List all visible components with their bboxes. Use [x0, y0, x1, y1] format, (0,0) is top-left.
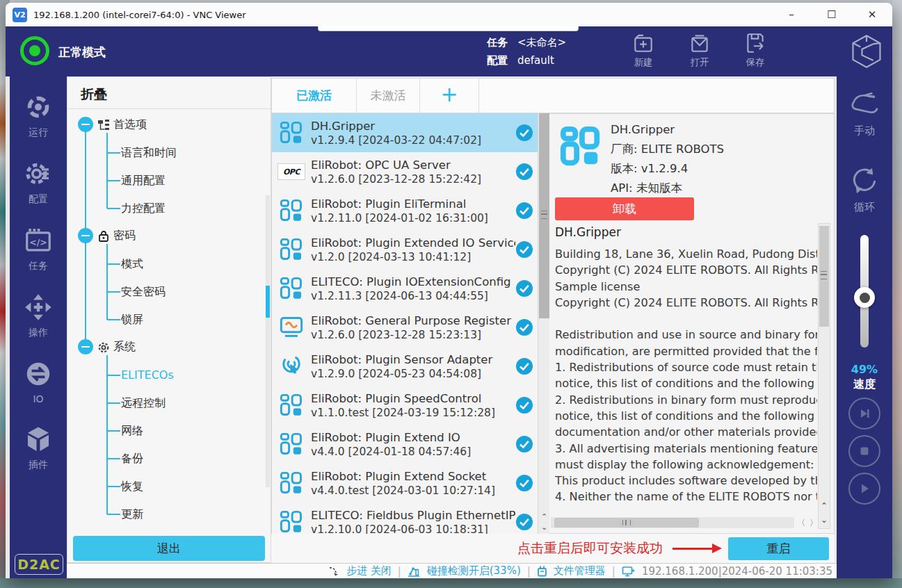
cycle-mode-button[interactable]: 循环 [837, 165, 892, 214]
uninstall-button[interactable]: 卸载 [555, 197, 694, 220]
right-sidebar: 手动 循环 49% 速度 [837, 76, 892, 578]
tree-item-safety-password[interactable]: 安全密码 [67, 282, 268, 302]
hand-icon [848, 109, 880, 122]
tree-item-network[interactable]: 网络 [67, 421, 268, 441]
check-icon [515, 513, 533, 531]
plugin-item-opc-ua-server[interactable]: OPC EliRobot: OPC UA Serverv1.2.6.0 [202… [272, 152, 549, 191]
check-icon [515, 240, 533, 259]
file-manager-icon [537, 565, 547, 577]
plugin-list: DH.Gripperv1.2.9.4 [2024-03-22 04:47:02]… [271, 113, 549, 534]
plugin-item-register-monitor[interactable]: EliRobot: General Purpose Register Monit… [272, 308, 549, 347]
manual-mode-button[interactable]: 手动 [837, 89, 892, 138]
collapse-icon[interactable] [78, 117, 93, 132]
red-arrow-icon [673, 548, 713, 550]
sidebar-item-plugin[interactable]: 插件 [24, 425, 52, 471]
scroll-arrow-buttons[interactable]: ⌃⌄ [538, 512, 550, 532]
tree-item-general-config[interactable]: 通用配置 [67, 171, 268, 190]
plugin-name: DH.Gripper [611, 120, 724, 140]
tree-item-remote-control[interactable]: 远程控制 [67, 393, 268, 413]
sidebar-item-config[interactable]: 配置 [24, 160, 52, 206]
tree-item-language-time[interactable]: 语言和时间 [67, 143, 268, 163]
step-mode-status[interactable]: 步进 关闭 [346, 564, 392, 578]
status-green-icon [20, 36, 49, 65]
code-window-icon: </> [24, 227, 52, 257]
bottom-action-bar: 点击重启后即可安装成功 重启 [271, 534, 835, 563]
license-vertical-scrollbar[interactable]: ⌃⌄ [818, 223, 830, 529]
collision-detect-icon [408, 565, 421, 577]
plugin-grid-icon [277, 198, 305, 223]
tree-item-mode[interactable]: 模式 [67, 254, 268, 274]
status-bar: 步进 关闭 | 碰撞检测开启(33%) | 文件管理器 | 192.168.1.… [67, 563, 837, 578]
plugin-grid-icon [277, 120, 305, 145]
sidebar-item-io[interactable]: IO [24, 360, 52, 405]
task-label: 任务 [487, 33, 508, 51]
desktop-taskbar-strip [0, 578, 902, 588]
tree-scrollbar[interactable] [266, 195, 270, 487]
stop-button[interactable] [848, 435, 880, 467]
plugin-api: API: 未知版本 [611, 179, 724, 198]
tab-activated[interactable]: 已激活 [272, 79, 357, 113]
slider-thumb[interactable] [854, 287, 875, 308]
sidebar-item-operate[interactable]: 操作 [24, 293, 52, 339]
maximize-button[interactable]: ☐ [812, 3, 852, 26]
scroll-arrow-buttons[interactable]: 〈〉 [796, 517, 819, 528]
open-file-icon [677, 31, 723, 55]
tree-item-backup[interactable]: 备份 [67, 449, 268, 468]
minimize-button[interactable]: – [771, 3, 812, 26]
restart-button[interactable]: 重启 [728, 537, 829, 560]
exit-button[interactable]: 退出 [73, 536, 265, 561]
vnc-toolbar-handle[interactable] [318, 26, 579, 31]
tree-group-password[interactable]: 密码 [67, 226, 268, 245]
vnc-viewer-window: V2 192.168.1.200 (intel-corei7-64:0) - V… [6, 3, 892, 578]
tree-group-preferences[interactable]: 首选项 [67, 115, 268, 134]
d2ac-badge: D2AC [15, 554, 63, 575]
check-icon [515, 318, 533, 336]
speed-label: 速度 [837, 377, 892, 392]
annotation-text: 点击重启后即可安装成功 [517, 539, 663, 557]
plugin-item-extended-io-service[interactable]: EliRobot: Plugin Extended IO Servicev1.2… [272, 230, 549, 269]
collapse-icon[interactable] [78, 339, 93, 354]
collision-detect-status[interactable]: 碰撞检测开启(33%) [427, 564, 521, 578]
open-button[interactable]: 打开 [677, 31, 723, 69]
tree-item-elitecos[interactable]: ELITECOs [67, 366, 268, 385]
save-button[interactable]: 保存 [732, 31, 778, 69]
plugin-item-eliterminal[interactable]: EliRobot: Plugin EliTerminalv1.2.11.0 [2… [272, 191, 549, 230]
file-manager-link[interactable]: 文件管理器 [554, 564, 606, 578]
mode-label: 正常模式 [58, 44, 106, 60]
sidebar-item-task[interactable]: </> 任务 [24, 227, 52, 272]
tree-group-system[interactable]: 系统 [67, 337, 268, 357]
step-forward-button[interactable] [848, 398, 880, 430]
plugin-grid-icon [277, 276, 305, 301]
close-button[interactable]: ✕ [852, 3, 892, 26]
tree-item-force-config[interactable]: 力控配置 [67, 199, 268, 218]
tree-item-update[interactable]: 更新 [67, 505, 268, 524]
new-button[interactable]: 新建 [620, 31, 666, 69]
plugin-item-extend-socket[interactable]: EliRobot: Plugin Extend Socketv4.4.0.tes… [272, 464, 549, 503]
window-title: 192.168.1.200 (intel-corei7-64:0) - VNC … [33, 10, 246, 20]
plugin-list-scrollbar[interactable]: ⌃⌄ [538, 113, 549, 534]
elite-logo-icon [847, 33, 887, 70]
sidebar-item-run[interactable]: 运行 [24, 93, 52, 139]
cycle-arrows-icon [849, 186, 880, 199]
robot-app: 正常模式 任务<未命名> 配置default 新建 打开 保存 [6, 26, 892, 578]
plugin-item-sensor-adapter[interactable]: EliRobot: Plugin Sensor Adapterv1.2.9.0 … [272, 347, 549, 386]
plugin-item-ethernetip[interactable]: ELITECO: Fieldbus Plugin EthernetIPv1.2.… [272, 503, 549, 534]
new-file-icon [620, 31, 666, 55]
plugin-item-speedcontrol[interactable]: EliRobot: Plugin SpeedControlv1.1.0.test… [272, 386, 549, 425]
address-time: 192.168.1.200|2024-06-20 11:03:35 [642, 565, 832, 578]
plugin-item-dh-gripper[interactable]: DH.Gripperv1.2.9.4 [2024-03-22 04:47:02] [272, 113, 549, 152]
window-titlebar[interactable]: V2 192.168.1.200 (intel-corei7-64:0) - V… [6, 3, 892, 26]
license-horizontal-scrollbar[interactable] [551, 517, 794, 528]
play-button[interactable] [848, 473, 880, 505]
collapse-icon[interactable] [78, 228, 93, 243]
plugin-grid-icon [559, 125, 602, 171]
plugin-item-ioextensionconfig[interactable]: ELITECO: Plugin IOExtensionConfigv1.2.11… [272, 269, 549, 308]
add-plugin-tab[interactable]: + [420, 79, 479, 113]
plugin-item-extend-io[interactable]: EliRobot: Plugin Extend IOv4.4.0 [2024-0… [272, 425, 549, 464]
tree-item-restore[interactable]: 恢复 [67, 477, 268, 496]
check-icon [515, 396, 533, 414]
tab-not-activated[interactable]: 未激活 [357, 79, 420, 113]
tree-item-lock-screen[interactable]: 锁屏 [67, 310, 268, 329]
scroll-arrow-buttons[interactable]: ⌃⌄ [819, 499, 830, 527]
speed-slider[interactable] [860, 235, 869, 348]
